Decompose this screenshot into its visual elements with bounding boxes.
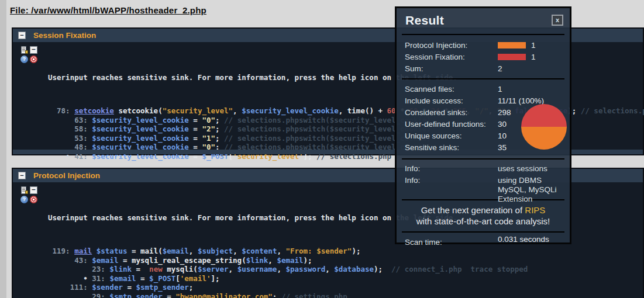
code-token: "1": [202, 134, 215, 143]
review-code-file-icon[interactable]: [20, 186, 28, 194]
collapse-section-icon[interactable]: −: [18, 32, 26, 39]
sum-row: Sum: 2: [397, 63, 570, 75]
code-token: , time() +: [339, 106, 387, 115]
code-token: = mysqli_real_escape_string(: [118, 256, 246, 265]
stat-value: 30: [498, 119, 507, 130]
code-token: =: [189, 124, 202, 133]
code-token: "security_level": [163, 106, 233, 115]
code-token: •: [48, 274, 92, 283]
code-token: ,: [268, 256, 277, 265]
code-token: =: [189, 116, 202, 124]
stat-label: Unique sources:: [405, 131, 462, 140]
close-icon[interactable]: x: [552, 15, 563, 26]
minimize-trace-icon[interactable]: −: [30, 186, 37, 194]
scan-time-value: 0.031 seconds: [498, 234, 549, 245]
code-line: 111: $sender = $smtp_sender;: [48, 283, 643, 292]
stat-value: 1: [498, 84, 502, 95]
code-token: $email: [277, 256, 303, 265]
vulnerability-counts: Protocol Injection:1Session Fixation:1 S…: [397, 36, 570, 77]
code-token: ;: [215, 116, 224, 124]
code-token: new: [149, 265, 163, 273]
code-token: = mail(: [127, 247, 162, 255]
sum-label: Sum:: [405, 64, 423, 73]
code-token: // selections.php: [581, 106, 644, 115]
count-row: Session Fixation:1: [397, 51, 570, 63]
result-panel-titlebar: Result x: [397, 8, 570, 33]
code-token: 53:: [48, 134, 92, 143]
count-label: Session Fixation:: [405, 53, 465, 61]
code-token: =: [189, 134, 202, 143]
code-token: ,: [277, 247, 285, 255]
code-line: 23: $link = new mysqli($server, $usernam…: [48, 265, 643, 274]
review-code-file-icon[interactable]: [20, 46, 28, 54]
sum-value: 2: [498, 63, 502, 75]
info-row: Info:uses sessions: [397, 163, 570, 175]
stat-label: Include success:: [405, 96, 463, 105]
code-token: ;: [273, 292, 281, 298]
code-trace: 119: mail $status = mail($email, $subjec…: [48, 247, 643, 298]
divider: [402, 158, 564, 160]
code-token: $security_level_cookie: [92, 116, 189, 124]
code-token: =: [123, 283, 136, 292]
stat-value: 10: [498, 130, 507, 142]
code-token: [: [175, 274, 180, 283]
code-token: [92, 247, 97, 255]
code-token: 78:: [48, 106, 74, 115]
rips-advertisement[interactable]: Get the next generation of RIPS with sta…: [397, 202, 570, 230]
code-token: $link: [246, 256, 268, 265]
info-rows: Info:uses sessionsInfo:using DBMS MySQL,…: [397, 161, 570, 198]
stat-value: 35: [498, 142, 507, 154]
code-token: ,: [189, 247, 198, 255]
collapse-section-icon[interactable]: −: [18, 172, 26, 179]
section-title: Protocol Injection: [33, 171, 100, 180]
count-value-group: 1: [498, 40, 536, 51]
rips-brand: RIPS: [525, 205, 545, 215]
code-token: $database: [334, 265, 374, 273]
code-token: $link: [109, 265, 132, 273]
stat-label: Scanned files:: [405, 85, 454, 93]
ad-text-1: Get the next generation of: [421, 205, 525, 215]
code-token: ,: [229, 265, 237, 273]
code-token: 43:: [48, 256, 92, 265]
code-token: $server: [198, 265, 229, 273]
stat-value: 298: [498, 107, 511, 119]
exploit-target-icon[interactable]: [30, 56, 37, 63]
code-token: ,: [233, 247, 242, 255]
code-token: 111:: [48, 283, 92, 292]
code-token: $security_level_cookie: [242, 106, 339, 115]
code-token: $security_level_cookie: [92, 134, 189, 143]
exploit-target-icon[interactable]: [30, 196, 37, 203]
help-icon[interactable]: ?: [20, 196, 28, 203]
tool-icon-grid: − ?: [20, 186, 37, 203]
code-line: 43: $email = mysqli_real_escape_string($…: [48, 256, 643, 265]
section-title: Session Fixation: [33, 31, 96, 40]
code-token: ,: [233, 106, 242, 115]
code-token: "2": [202, 124, 215, 133]
code-token: ;: [215, 124, 224, 133]
code-token: "From: $sender": [285, 247, 352, 255]
divider: [402, 78, 564, 79]
stat-label: Considered sinks:: [405, 108, 467, 117]
code-token: );: [374, 265, 391, 273]
function-link[interactable]: setcookie: [74, 106, 114, 115]
code-token: ];: [211, 274, 219, 283]
code-token: ,: [325, 265, 334, 273]
code-token: $_POST: [149, 274, 175, 283]
code-token: 'email': [180, 274, 211, 283]
help-icon[interactable]: ?: [20, 56, 28, 63]
stat-row: Scanned files:1: [397, 84, 570, 95]
code-line: • 31: $email = $_POST['email'];: [48, 274, 643, 283]
pie-chart: [521, 104, 567, 150]
code-token: "0": [202, 116, 215, 124]
count-bar: [498, 54, 526, 60]
code-token: $sender: [92, 283, 123, 292]
minimize-trace-icon[interactable]: −: [30, 46, 37, 54]
info-value: uses sessions: [498, 164, 565, 174]
code-token: ;: [189, 283, 194, 292]
code-token: $content: [242, 247, 277, 255]
scan-statistics: Scanned files:1Include success:11/11 (10…: [397, 81, 570, 157]
code-token: $password: [285, 265, 325, 273]
function-link[interactable]: mail: [74, 247, 92, 255]
code-token: // connect_i.php trace stopped: [391, 265, 528, 273]
scan-time-row: Scan time: 0.031 seconds: [397, 234, 570, 248]
